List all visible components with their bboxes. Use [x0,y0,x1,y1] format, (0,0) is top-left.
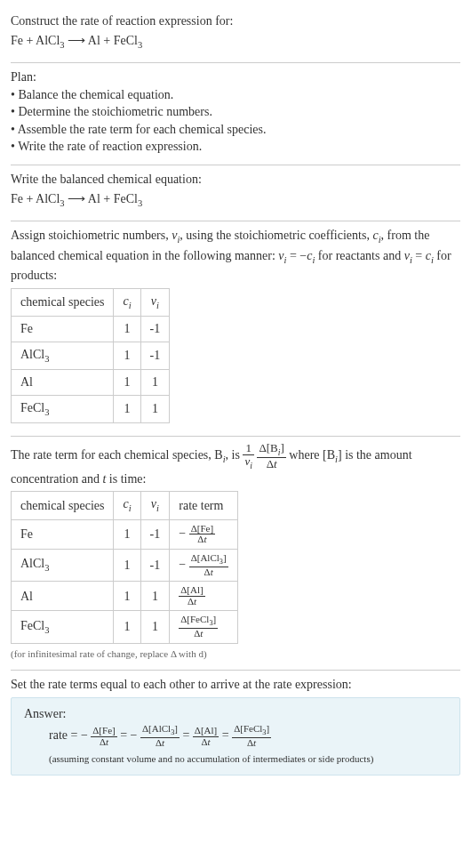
col-vi: νi [140,492,170,519]
plan-bullet-text: Determine the stoichiometric numbers. [18,105,212,118]
table-row: Fe 1 -1 [12,317,170,342]
table-row: chemical species ci νi rate term [12,492,238,519]
rateterm-note: (for infinitesimal rate of change, repla… [11,647,460,661]
stoich-intro: Assign stoichiometric numbers, νi, using… [11,227,460,285]
rateterm-table: chemical species ci νi rate term Fe 1 -1… [11,491,238,643]
prompt-title: Construct the rate of reaction expressio… [11,12,460,30]
table-row: chemical species ci νi [12,288,170,316]
plan-section: Plan: • Balance the chemical equation. •… [11,63,460,165]
plan-bullet-text: Balance the chemical equation. [18,88,173,101]
cell-species: Al [12,582,114,611]
plan-bullet: • Balance the chemical equation. [11,86,460,104]
final-section: Set the rate terms equal to each other t… [11,671,460,784]
cell-species: Al [12,370,114,396]
plan-bullet: • Write the rate of reaction expression. [11,138,460,156]
answer-label: Answer: [24,705,447,723]
cell-vi: -1 [140,519,170,549]
col-ci: ci [114,492,140,519]
col-vi: νi [140,288,170,316]
prompt-equation: Fe + AlCl3 ⟶ Al + FeCl3 [11,32,460,52]
rate-prefix: rate = [49,728,81,742]
cell-vi: 1 [140,582,170,611]
col-species: chemical species [12,288,114,316]
fraction: Δ[Fe]Δt [189,524,215,545]
stoich-table: chemical species ci νi Fe 1 -1 AlCl3 1 -… [11,288,170,424]
prompt-section: Construct the rate of reaction expressio… [11,7,460,63]
table-row: Al 1 1 [12,370,170,396]
fraction: Δ[Al]Δt [193,726,219,747]
table-row: Al 1 1 Δ[Al]Δt [12,582,238,611]
fraction: Δ[FeCl3]Δt [179,615,218,639]
cell-species: FeCl3 [12,395,114,422]
plan-bullet: • Assemble the rate term for each chemic… [11,121,460,139]
col-species: chemical species [12,492,114,519]
cell-vi: -1 [140,342,170,369]
balanced-section: Write the balanced chemical equation: Fe… [11,165,460,221]
table-row: FeCl3 1 1 Δ[FeCl3]Δt [12,611,238,643]
fraction: Δ[Al]Δt [179,585,204,607]
plan-bullet: • Determine the stoichiometric numbers. [11,103,460,121]
final-heading: Set the rate terms equal to each other t… [11,676,460,694]
cell-species: Fe [12,317,114,342]
cell-ci: 1 [114,317,140,342]
cell-term: − Δ[AlCl3]Δt [170,549,237,581]
cell-term: Δ[Al]Δt [170,582,237,611]
cell-term: − Δ[Fe]Δt [170,519,237,549]
table-row: AlCl3 1 -1 − Δ[AlCl3]Δt [12,549,238,581]
cell-vi: 1 [140,395,170,422]
fraction: Δ[AlCl3]Δt [140,724,180,748]
col-ci: ci [114,288,140,316]
cell-ci: 1 [114,342,140,369]
cell-species: FeCl3 [12,611,114,643]
cell-vi: 1 [140,370,170,396]
fraction: Δ[FeCl3]Δt [232,724,271,748]
fraction: Δ[Bi]Δt [257,442,285,470]
table-row: AlCl3 1 -1 [12,342,170,369]
rateterm-intro: The rate term for each chemical species,… [11,442,460,487]
answer-box: Answer: rate = − Δ[Fe]Δt = − Δ[AlCl3]Δt … [11,697,460,776]
cell-vi: 1 [140,611,170,643]
cell-ci: 1 [114,582,140,611]
plan-bullet-text: Write the rate of reaction expression. [18,140,202,153]
answer-assumption: (assuming constant volume and no accumul… [24,752,447,766]
plan-bullet-text: Assemble the rate term for each chemical… [18,123,267,136]
table-row: FeCl3 1 1 [12,395,170,422]
rateterm-section: The rate term for each chemical species,… [11,437,460,671]
cell-species: AlCl3 [12,549,114,581]
rateterm-intro-pre: The rate term for each chemical species,… [11,448,223,462]
cell-ci: 1 [114,395,140,422]
cell-ci: 1 [114,370,140,396]
cell-vi: -1 [140,549,170,581]
cell-ci: 1 [114,549,140,581]
balanced-heading: Write the balanced chemical equation: [11,171,460,189]
cell-ci: 1 [114,611,140,643]
plan-heading: Plan: [11,68,460,86]
table-row: Fe 1 -1 − Δ[Fe]Δt [12,519,238,549]
answer-rate: rate = − Δ[Fe]Δt = − Δ[AlCl3]Δt = Δ[Al]Δ… [24,724,447,748]
stoich-section: Assign stoichiometric numbers, νi, using… [11,221,460,437]
cell-vi: -1 [140,317,170,342]
balanced-equation: Fe + AlCl3 ⟶ Al + FeCl3 [11,190,460,210]
col-term: rate term [170,492,237,519]
rateterm-intro-post: , is [226,448,243,462]
cell-term: Δ[FeCl3]Δt [170,611,237,643]
cell-species: AlCl3 [12,342,114,369]
cell-species: Fe [12,519,114,549]
fraction: Δ[AlCl3]Δt [189,553,228,577]
cell-ci: 1 [114,519,140,549]
fraction: 1νi [243,442,254,470]
fraction: Δ[Fe]Δt [91,726,116,747]
